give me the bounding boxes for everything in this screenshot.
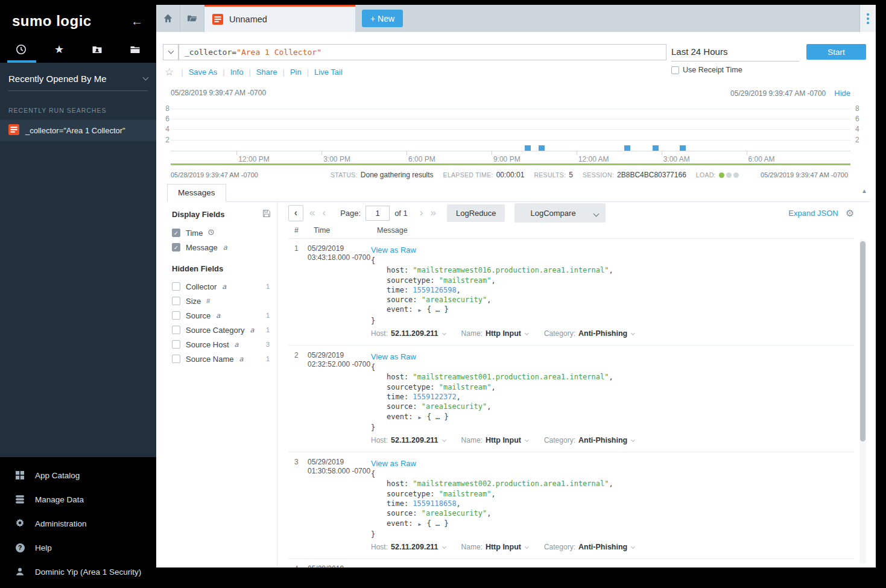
- sidebar-item-help[interactable]: ?Help: [0, 536, 156, 560]
- histogram-bar[interactable]: [525, 145, 531, 151]
- last-page-icon[interactable]: »: [429, 207, 437, 219]
- meta-host[interactable]: Host:52.11.209.211: [371, 436, 446, 444]
- json-collapsed-object: { … }: [427, 413, 449, 421]
- new-tab-button[interactable]: + New: [362, 10, 403, 27]
- histogram-bar[interactable]: [624, 145, 630, 151]
- sidebar-item-label: Dominic Yip (Area 1 Security): [35, 567, 141, 577]
- sumo-logic-logo: sumo logic: [12, 13, 92, 30]
- json-key: event: [387, 413, 408, 421]
- action-share[interactable]: Share: [243, 68, 277, 77]
- meta-name[interactable]: Name:Http Input: [461, 543, 528, 551]
- field-checkbox[interactable]: [172, 297, 180, 305]
- recents-clock-icon[interactable]: [13, 42, 29, 57]
- save-fields-icon[interactable]: [262, 209, 271, 220]
- field-collector[interactable]: Collectora1: [172, 279, 277, 294]
- app-catalog-icon: [14, 470, 25, 480]
- chevron-down-icon: [442, 545, 446, 549]
- field-source-name[interactable]: Source Namea1: [172, 352, 277, 366]
- meta-category[interactable]: Category:Anti-Phishing: [544, 543, 634, 551]
- collapse-sidebar-icon[interactable]: ←: [131, 14, 143, 28]
- histogram-bar[interactable]: [653, 145, 659, 151]
- histogram-bar[interactable]: [680, 145, 686, 151]
- tab-unnamed[interactable]: Unnamed: [204, 5, 355, 32]
- open-library-button[interactable]: [180, 5, 204, 32]
- y-tick-label: 2: [855, 136, 867, 144]
- field-checkbox[interactable]: ✓: [172, 229, 180, 237]
- logcompare-button[interactable]: LogCompare: [514, 203, 605, 223]
- column-header-message: Message: [377, 226, 408, 235]
- recent-search-item[interactable]: _collector="Area 1 Collector": [0, 120, 156, 141]
- logreduce-button[interactable]: LogReduce: [447, 204, 505, 222]
- library-filter-dropdown[interactable]: Recently Opened By Me: [8, 74, 148, 91]
- sidebar-item-administration[interactable]: Administration: [0, 511, 156, 536]
- sidebar-item-manage-data[interactable]: Manage Data: [0, 487, 156, 511]
- meta-name[interactable]: Name:Http Input: [461, 436, 528, 444]
- favorite-star-icon[interactable]: ☆: [165, 66, 174, 78]
- use-receipt-time-option[interactable]: Use Receipt Time: [671, 66, 742, 74]
- scrollbar-thumb[interactable]: [860, 241, 865, 441]
- x-tick-label: 9:00 PM: [493, 155, 521, 163]
- action-info[interactable]: Info: [217, 68, 243, 77]
- personal-library-icon[interactable]: [89, 42, 105, 57]
- action-pin[interactable]: Pin: [277, 68, 302, 77]
- hide-histogram-link[interactable]: Hide: [834, 89, 850, 98]
- start-search-button[interactable]: Start: [806, 44, 866, 60]
- view-as-raw-link[interactable]: View as Raw: [371, 245, 416, 254]
- action-save-as[interactable]: Save As: [176, 68, 217, 77]
- field-checkbox[interactable]: [172, 282, 180, 291]
- meta-category[interactable]: Category:Anti-Phishing: [544, 329, 634, 338]
- meta-category[interactable]: Category:Anti-Phishing: [544, 436, 634, 444]
- field-checkbox[interactable]: [172, 326, 180, 334]
- action-live-tail[interactable]: Live Tail: [302, 68, 343, 77]
- expand-json-link[interactable]: Expand JSON: [788, 209, 838, 218]
- json-key: event: [387, 519, 408, 528]
- histogram-bar[interactable]: [539, 145, 545, 151]
- first-page-icon[interactable]: «: [308, 207, 316, 219]
- next-page-icon[interactable]: ›: [419, 207, 425, 219]
- field-checkbox[interactable]: [172, 355, 180, 363]
- field-time[interactable]: ✓Time: [172, 226, 277, 240]
- page-number-input[interactable]: [365, 206, 390, 221]
- collapse-panel-icon[interactable]: ▲: [861, 188, 867, 194]
- open-folder-icon: [187, 13, 197, 24]
- field-size[interactable]: Size#: [172, 294, 277, 308]
- field-source-host[interactable]: Source Hosta3: [172, 337, 277, 352]
- meta-name[interactable]: Name:Http Input: [461, 329, 528, 338]
- favorites-star-icon[interactable]: ★: [51, 42, 67, 57]
- sidebar-item-app-catalog[interactable]: App Catalog: [0, 463, 156, 487]
- tab-options-button[interactable]: [859, 5, 876, 32]
- meta-value: 52.11.209.211: [391, 436, 438, 444]
- search-query-input[interactable]: _collector="Area 1 Collector": [179, 44, 666, 60]
- field-message[interactable]: ✓Messagea: [172, 240, 277, 254]
- field-label: Message: [186, 243, 218, 252]
- expand-event-icon[interactable]: ▶: [419, 522, 422, 527]
- view-as-raw-link[interactable]: View as Raw: [371, 352, 416, 361]
- receipt-time-checkbox[interactable]: [671, 66, 679, 74]
- meta-host[interactable]: Host:52.11.209.211: [371, 329, 446, 338]
- collapse-fields-button[interactable]: ‹: [288, 205, 303, 221]
- field-checkbox[interactable]: [172, 311, 180, 320]
- expand-event-icon[interactable]: ▶: [419, 415, 422, 420]
- query-history-dropdown[interactable]: [163, 44, 179, 60]
- field-source[interactable]: Sourcea1: [172, 308, 277, 323]
- sidebar-item-dominic-yip-area-1-security[interactable]: Dominic Yip (Area 1 Security): [0, 560, 156, 584]
- view-as-raw-link[interactable]: View as Raw: [371, 566, 416, 567]
- field-source-category[interactable]: Source Categorya1: [172, 323, 277, 337]
- scrollbar-track[interactable]: [859, 239, 866, 564]
- library-folder-icon[interactable]: [127, 42, 143, 57]
- meta-host[interactable]: Host:52.11.209.211: [371, 543, 446, 551]
- time-range-selector[interactable]: Last 24 Hours: [671, 44, 799, 62]
- tab-messages[interactable]: Messages: [167, 184, 226, 202]
- json-value: 1559126598: [413, 286, 456, 294]
- view-as-raw-link[interactable]: View as Raw: [371, 459, 416, 468]
- field-checkbox[interactable]: ✓: [172, 243, 180, 251]
- x-tick-label: 12:00 AM: [578, 155, 609, 163]
- settings-gear-icon[interactable]: ⚙: [846, 207, 854, 219]
- field-checkbox[interactable]: [172, 340, 180, 349]
- home-button[interactable]: [156, 5, 180, 32]
- sidebar-item-label: Manage Data: [35, 495, 84, 504]
- chevron-down-icon[interactable]: [592, 203, 606, 223]
- field-type-icon: a: [239, 355, 243, 363]
- expand-event-icon[interactable]: ▶: [419, 308, 422, 313]
- prev-page-icon[interactable]: ‹: [321, 207, 327, 219]
